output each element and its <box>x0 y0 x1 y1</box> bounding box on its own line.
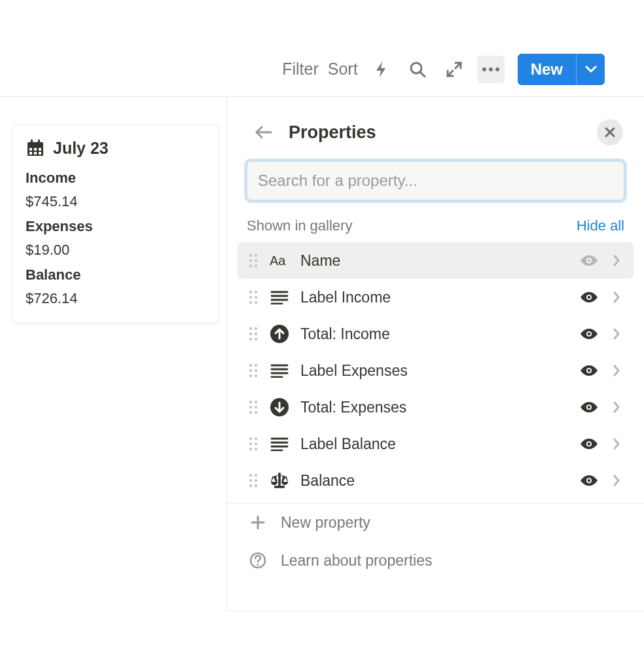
expand-icon[interactable] <box>440 56 468 83</box>
panel-title: Properties <box>289 122 585 143</box>
svg-point-55 <box>255 374 257 377</box>
close-button[interactable] <box>597 119 623 145</box>
card-field: Income $745.14 <box>26 170 206 210</box>
search-icon[interactable] <box>404 56 431 83</box>
property-row[interactable]: Label Income <box>238 279 634 316</box>
svg-point-67 <box>255 411 257 414</box>
svg-point-33 <box>249 301 252 304</box>
view-toolbar: Filter Sort New <box>0 55 644 97</box>
svg-rect-10 <box>38 139 40 144</box>
svg-point-4 <box>482 67 486 71</box>
property-row[interactable]: Total: Income <box>238 316 634 352</box>
property-search-input[interactable] <box>247 161 624 200</box>
properties-panel: Properties Shown in gallery Hide all AaN… <box>226 97 644 611</box>
card-value: $19.00 <box>26 242 206 259</box>
svg-point-54 <box>249 374 252 377</box>
learn-button[interactable]: Learn about properties <box>227 541 644 579</box>
card-label: Balance <box>26 266 206 283</box>
card-label: Income <box>26 170 206 187</box>
svg-point-86 <box>255 479 257 482</box>
property-label: Label Income <box>300 289 571 306</box>
chevron-right-icon <box>607 291 626 304</box>
svg-rect-11 <box>29 148 32 151</box>
card-field: Balance $726.14 <box>26 266 206 307</box>
svg-text:Aa: Aa <box>270 253 286 268</box>
drag-handle-icon[interactable] <box>245 473 261 488</box>
svg-point-62 <box>249 401 252 403</box>
svg-point-65 <box>255 406 257 409</box>
svg-rect-14 <box>29 152 32 155</box>
card-field: Expenses $19.00 <box>26 218 206 259</box>
filter-button[interactable]: Filter <box>282 60 319 79</box>
property-label: Label Balance <box>300 435 571 453</box>
svg-point-46 <box>255 338 257 340</box>
property-row[interactable]: Total: Expenses <box>238 389 634 426</box>
svg-point-28 <box>588 259 590 262</box>
chevron-right-icon <box>607 437 626 450</box>
new-property-button[interactable]: New property <box>227 503 644 541</box>
visibility-toggle-icon[interactable] <box>577 437 601 451</box>
svg-point-40 <box>588 296 590 299</box>
svg-point-87 <box>249 484 252 487</box>
svg-rect-90 <box>274 486 285 488</box>
svg-point-70 <box>588 406 590 409</box>
svg-point-42 <box>255 327 257 330</box>
svg-point-92 <box>588 479 590 482</box>
visibility-toggle-icon[interactable] <box>577 363 601 378</box>
svg-point-85 <box>249 479 252 482</box>
visibility-toggle-icon[interactable] <box>577 253 601 268</box>
drag-handle-icon[interactable] <box>245 326 261 342</box>
svg-rect-15 <box>34 152 37 155</box>
new-property-label: New property <box>281 514 370 532</box>
card-value: $726.14 <box>26 290 206 307</box>
drag-handle-icon[interactable] <box>245 399 261 415</box>
close-icon <box>604 126 616 138</box>
card-title: July 23 <box>53 139 109 158</box>
svg-point-32 <box>255 296 257 299</box>
svg-point-63 <box>255 401 257 403</box>
svg-rect-9 <box>31 139 33 144</box>
svg-point-45 <box>249 338 252 340</box>
property-row[interactable]: AaName <box>238 242 634 279</box>
drag-handle-icon[interactable] <box>245 289 261 305</box>
svg-rect-13 <box>39 148 41 151</box>
back-button[interactable] <box>251 119 277 145</box>
automation-icon[interactable] <box>367 56 395 83</box>
svg-point-74 <box>255 443 257 445</box>
svg-point-43 <box>249 333 252 335</box>
new-button[interactable]: New <box>518 54 576 85</box>
visibility-toggle-icon[interactable] <box>577 400 601 414</box>
drag-handle-icon[interactable] <box>245 253 261 268</box>
svg-point-83 <box>249 474 252 477</box>
svg-point-66 <box>249 411 252 414</box>
visibility-toggle-icon[interactable] <box>577 327 601 341</box>
svg-rect-16 <box>39 152 41 155</box>
property-row[interactable]: Label Balance <box>238 426 634 462</box>
svg-point-24 <box>249 264 252 267</box>
property-type-icon <box>268 290 291 304</box>
visibility-toggle-icon[interactable] <box>577 290 601 304</box>
property-label: Label Expenses <box>300 362 571 380</box>
chevron-right-icon <box>607 254 626 267</box>
svg-point-25 <box>255 264 257 267</box>
gallery-card[interactable]: July 23 Income $745.14 Expenses $19.00 B… <box>12 124 220 323</box>
visibility-toggle-icon[interactable] <box>577 473 601 488</box>
svg-point-34 <box>255 301 257 304</box>
drag-handle-icon[interactable] <box>245 436 261 452</box>
new-dropdown-button[interactable] <box>576 54 605 85</box>
property-row[interactable]: Label Expenses <box>238 352 634 389</box>
svg-point-31 <box>249 296 252 299</box>
more-options-icon[interactable] <box>477 56 505 83</box>
hide-all-button[interactable]: Hide all <box>577 217 624 234</box>
property-row[interactable]: Balance <box>238 462 634 499</box>
help-icon <box>247 552 269 569</box>
drag-handle-icon[interactable] <box>245 363 261 378</box>
svg-point-44 <box>255 333 257 335</box>
calendar-icon <box>26 138 45 158</box>
sort-button[interactable]: Sort <box>328 60 358 79</box>
property-type-icon <box>268 324 291 344</box>
svg-point-22 <box>249 259 252 262</box>
svg-point-53 <box>255 369 257 372</box>
svg-point-41 <box>249 327 252 330</box>
section-header: Shown in gallery Hide all <box>227 217 644 242</box>
